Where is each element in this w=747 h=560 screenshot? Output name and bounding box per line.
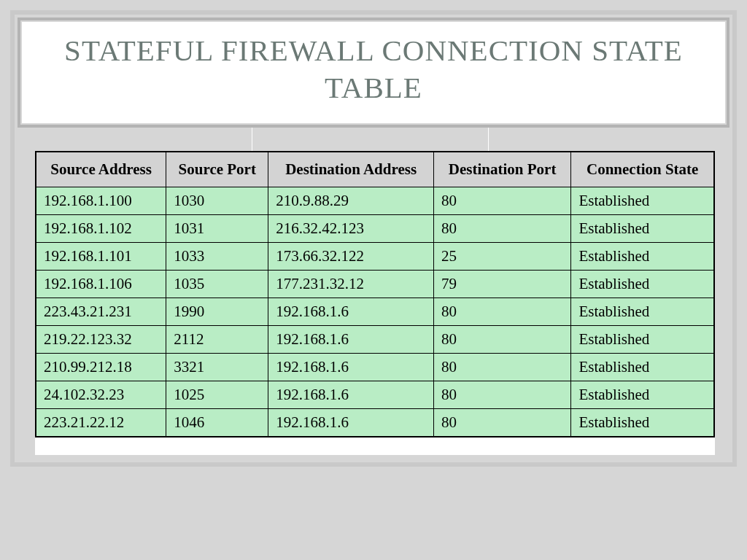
table-cell: Established: [571, 187, 714, 214]
table-cell: 79: [433, 270, 571, 298]
table-cell: 80: [433, 214, 571, 242]
table-row: 223.21.22.121046192.168.1.680Established: [36, 408, 714, 437]
table-cell: Established: [571, 381, 714, 408]
table-cell: 80: [433, 187, 571, 214]
table-cell: 1025: [166, 381, 268, 408]
table-row: 192.168.1.1001030210.9.88.2980Establishe…: [36, 187, 714, 214]
table-cell: 80: [433, 381, 571, 408]
table-cell: 192.168.1.6: [268, 298, 434, 325]
table-cell: 80: [433, 408, 571, 437]
table-cell: 1035: [166, 270, 268, 298]
table-row: 210.99.212.183321192.168.1.680Establishe…: [36, 353, 714, 381]
table-cell: Established: [571, 270, 714, 298]
table-cell: Established: [571, 408, 714, 437]
th-destination-address: Destination Address: [268, 152, 434, 187]
table-cell: 192.168.1.6: [268, 353, 434, 381]
table-cell: 192.168.1.6: [268, 325, 434, 353]
table-cell: 223.43.21.231: [36, 298, 166, 325]
table-cell: 192.168.1.101: [36, 242, 166, 270]
table-row: 223.43.21.2311990192.168.1.680Establishe…: [36, 298, 714, 325]
title-container: STATEFUL FIREWALL CONNECTION STATE TABLE: [22, 22, 725, 123]
table-cell: 1990: [166, 298, 268, 325]
table-cell: 25: [433, 242, 571, 270]
table-cell: 219.22.123.32: [36, 325, 166, 353]
title-frame: STATEFUL FIREWALL CONNECTION STATE TABLE: [18, 18, 729, 128]
table-row: 219.22.123.322112192.168.1.680Establishe…: [36, 325, 714, 353]
table-cell: 1030: [166, 187, 268, 214]
table-cell: 192.168.1.6: [268, 408, 434, 437]
table-cell: Established: [571, 353, 714, 381]
slide-frame: STATEFUL FIREWALL CONNECTION STATE TABLE…: [10, 10, 737, 467]
table-cell: 1031: [166, 214, 268, 242]
th-source-port: Source Port: [166, 152, 268, 187]
table-cell: 1033: [166, 242, 268, 270]
th-connection-state: Connection State: [571, 152, 714, 187]
table-cell: 173.66.32.122: [268, 242, 434, 270]
table-row: 192.168.1.1021031216.32.42.12380Establis…: [36, 214, 714, 242]
table-cell: 192.168.1.102: [36, 214, 166, 242]
th-destination-port: Destination Port: [433, 152, 571, 187]
table-cell: 192.168.1.6: [268, 381, 434, 408]
table-cell: 1046: [166, 408, 268, 437]
table-header-row: Source Address Source Port Destination A…: [36, 152, 714, 187]
table-cell: 3321: [166, 353, 268, 381]
table-cell: 2112: [166, 325, 268, 353]
table-cell: Established: [571, 325, 714, 353]
table-row: 24.102.32.231025192.168.1.680Established: [36, 381, 714, 408]
table-cell: 177.231.32.12: [268, 270, 434, 298]
table-container: Source Address Source Port Destination A…: [35, 151, 715, 455]
table-cell: Established: [571, 242, 714, 270]
table-cell: 210.9.88.29: [268, 187, 434, 214]
connection-state-table: Source Address Source Port Destination A…: [35, 151, 715, 438]
table-cell: 192.168.1.106: [36, 270, 166, 298]
th-source-address: Source Address: [36, 152, 166, 187]
table-row: 192.168.1.1061035177.231.32.1279Establis…: [36, 270, 714, 298]
table-cell: 210.99.212.18: [36, 353, 166, 381]
table-cell: Established: [571, 214, 714, 242]
table-cell: Established: [571, 298, 714, 325]
table-cell: 80: [433, 353, 571, 381]
table-cell: 80: [433, 298, 571, 325]
table-cell: 216.32.42.123: [268, 214, 434, 242]
page-title: STATEFUL FIREWALL CONNECTION STATE TABLE: [36, 32, 711, 107]
table-cell: 24.102.32.23: [36, 381, 166, 408]
table-cell: 223.21.22.12: [36, 408, 166, 437]
table-cell: 192.168.1.100: [36, 187, 166, 214]
spacer: [15, 128, 732, 151]
table-cell: 80: [433, 325, 571, 353]
table-row: 192.168.1.1011033173.66.32.12225Establis…: [36, 242, 714, 270]
